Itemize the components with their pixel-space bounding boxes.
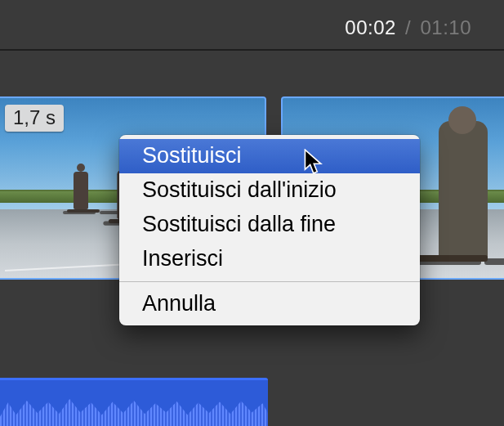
menu-item-label: Sostituisci dalla fine xyxy=(142,212,336,236)
menu-item-label: Annulla xyxy=(142,291,216,316)
menu-separator xyxy=(119,281,420,282)
timecode-separator: / xyxy=(405,16,411,38)
menu-item-replace[interactable]: Sostituisci xyxy=(119,139,420,173)
waveform-fill xyxy=(0,396,268,426)
menu-item-replace-from-start[interactable]: Sostituisci dall'inizio xyxy=(119,173,420,208)
thumbnail-skater-icon xyxy=(74,172,88,209)
menu-item-insert[interactable]: Inserisci xyxy=(119,242,420,276)
menu-item-replace-from-end[interactable]: Sostituisci dalla fine xyxy=(119,208,420,242)
thumbnail-skater-icon xyxy=(439,121,488,260)
menu-item-label: Inserisci xyxy=(142,246,223,271)
menu-item-cancel[interactable]: Annulla xyxy=(119,287,420,321)
top-bar: 00:02 / 01:10 xyxy=(0,0,504,51)
timecode-current: 00:02 xyxy=(345,16,396,38)
menu-item-label: Sostituisci xyxy=(142,143,242,168)
audio-waveform[interactable] xyxy=(0,378,268,426)
context-menu: Sostituisci Sostituisci dall'inizio Sost… xyxy=(119,135,420,325)
menu-item-label: Sostituisci dall'inizio xyxy=(142,177,337,202)
timecode-readout: 00:02 / 01:10 xyxy=(345,16,471,39)
timecode-total: 01:10 xyxy=(420,16,471,38)
clip-duration-badge: 1,7 s xyxy=(5,105,64,132)
